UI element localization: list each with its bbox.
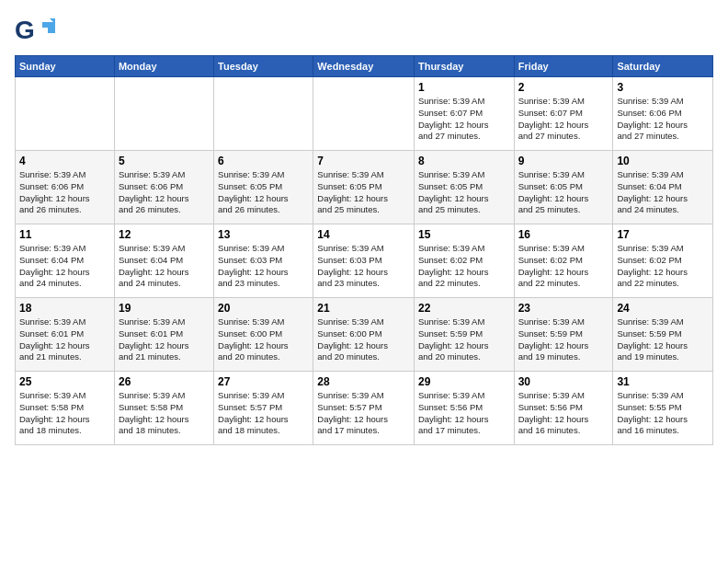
calendar-week-5: 25Sunrise: 5:39 AMSunset: 5:58 PMDayligh… — [16, 372, 713, 445]
calendar-cell: 7Sunrise: 5:39 AMSunset: 6:05 PMDaylight… — [313, 151, 415, 224]
calendar-cell: 5Sunrise: 5:39 AMSunset: 6:06 PMDaylight… — [114, 151, 213, 224]
weekday-header-friday: Friday — [514, 56, 613, 77]
day-number: 25 — [19, 375, 110, 388]
day-number: 22 — [418, 302, 510, 315]
day-number: 9 — [518, 155, 609, 167]
calendar-cell: 10Sunrise: 5:39 AMSunset: 6:04 PMDayligh… — [613, 151, 713, 224]
page-header: G — [15, 15, 713, 48]
weekday-header-saturday: Saturday — [613, 56, 713, 77]
day-number: 29 — [418, 375, 510, 388]
day-number: 20 — [218, 302, 309, 315]
weekday-header-sunday: Sunday — [16, 56, 115, 77]
calendar-cell: 28Sunrise: 5:39 AMSunset: 5:57 PMDayligh… — [313, 372, 415, 445]
calendar-cell: 4Sunrise: 5:39 AMSunset: 6:06 PMDaylight… — [16, 151, 115, 224]
day-info: Sunrise: 5:39 AMSunset: 6:03 PMDaylight:… — [218, 243, 309, 290]
calendar-cell: 22Sunrise: 5:39 AMSunset: 5:59 PMDayligh… — [414, 298, 514, 372]
svg-marker-1 — [42, 22, 55, 33]
calendar-cell: 31Sunrise: 5:39 AMSunset: 5:55 PMDayligh… — [613, 372, 713, 445]
day-info: Sunrise: 5:39 AMSunset: 6:00 PMDaylight:… — [317, 316, 410, 363]
day-info: Sunrise: 5:39 AMSunset: 5:57 PMDaylight:… — [218, 390, 309, 437]
day-number: 2 — [518, 81, 609, 94]
day-info: Sunrise: 5:39 AMSunset: 6:03 PMDaylight:… — [317, 243, 410, 290]
day-info: Sunrise: 5:39 AMSunset: 6:00 PMDaylight:… — [218, 316, 309, 363]
day-number: 23 — [518, 302, 609, 315]
calendar-cell: 30Sunrise: 5:39 AMSunset: 5:56 PMDayligh… — [514, 372, 613, 445]
calendar-cell: 14Sunrise: 5:39 AMSunset: 6:03 PMDayligh… — [313, 224, 415, 298]
calendar-cell: 8Sunrise: 5:39 AMSunset: 6:05 PMDaylight… — [414, 151, 514, 224]
day-info: Sunrise: 5:39 AMSunset: 5:58 PMDaylight:… — [19, 390, 110, 437]
day-info: Sunrise: 5:39 AMSunset: 5:55 PMDaylight:… — [617, 390, 709, 437]
day-info: Sunrise: 5:39 AMSunset: 6:06 PMDaylight:… — [19, 169, 110, 216]
day-number: 30 — [518, 375, 609, 388]
calendar-cell: 17Sunrise: 5:39 AMSunset: 6:02 PMDayligh… — [613, 224, 713, 298]
day-number: 10 — [617, 155, 709, 167]
calendar-cell: 20Sunrise: 5:39 AMSunset: 6:00 PMDayligh… — [214, 298, 313, 372]
day-info: Sunrise: 5:39 AMSunset: 6:05 PMDaylight:… — [518, 169, 609, 216]
day-info: Sunrise: 5:39 AMSunset: 6:02 PMDaylight:… — [617, 243, 709, 290]
day-info: Sunrise: 5:39 AMSunset: 5:56 PMDaylight:… — [418, 390, 510, 437]
calendar-cell: 11Sunrise: 5:39 AMSunset: 6:04 PMDayligh… — [16, 224, 115, 298]
day-number: 7 — [317, 155, 410, 167]
calendar-cell: 6Sunrise: 5:39 AMSunset: 6:05 PMDaylight… — [214, 151, 313, 224]
calendar-cell: 26Sunrise: 5:39 AMSunset: 5:58 PMDayligh… — [114, 372, 213, 445]
day-info: Sunrise: 5:39 AMSunset: 5:59 PMDaylight:… — [518, 316, 609, 363]
day-number: 16 — [518, 228, 609, 241]
weekday-header-monday: Monday — [114, 56, 213, 77]
calendar-week-3: 11Sunrise: 5:39 AMSunset: 6:04 PMDayligh… — [16, 224, 713, 298]
day-info: Sunrise: 5:39 AMSunset: 6:01 PMDaylight:… — [19, 316, 110, 363]
day-info: Sunrise: 5:39 AMSunset: 6:04 PMDaylight:… — [617, 169, 709, 216]
calendar-cell — [313, 77, 415, 151]
calendar-table: SundayMondayTuesdayWednesdayThursdayFrid… — [15, 55, 713, 445]
weekday-header-tuesday: Tuesday — [214, 56, 313, 77]
day-info: Sunrise: 5:39 AMSunset: 5:59 PMDaylight:… — [418, 316, 510, 363]
day-number: 4 — [19, 155, 110, 167]
weekday-header-row: SundayMondayTuesdayWednesdayThursdayFrid… — [16, 56, 713, 77]
day-number: 5 — [119, 155, 210, 167]
calendar-week-4: 18Sunrise: 5:39 AMSunset: 6:01 PMDayligh… — [16, 298, 713, 372]
calendar-cell: 19Sunrise: 5:39 AMSunset: 6:01 PMDayligh… — [114, 298, 213, 372]
logo: G — [15, 15, 57, 48]
day-info: Sunrise: 5:39 AMSunset: 5:57 PMDaylight:… — [317, 390, 410, 437]
calendar-cell: 13Sunrise: 5:39 AMSunset: 6:03 PMDayligh… — [214, 224, 313, 298]
calendar-week-2: 4Sunrise: 5:39 AMSunset: 6:06 PMDaylight… — [16, 151, 713, 224]
calendar-cell: 27Sunrise: 5:39 AMSunset: 5:57 PMDayligh… — [214, 372, 313, 445]
day-info: Sunrise: 5:39 AMSunset: 6:06 PMDaylight:… — [119, 169, 210, 216]
day-number: 28 — [317, 375, 410, 388]
calendar-body: 1Sunrise: 5:39 AMSunset: 6:07 PMDaylight… — [16, 77, 713, 445]
day-number: 21 — [317, 302, 410, 315]
calendar-cell: 9Sunrise: 5:39 AMSunset: 6:05 PMDaylight… — [514, 151, 613, 224]
day-number: 15 — [418, 228, 510, 241]
calendar-cell — [16, 77, 115, 151]
day-number: 3 — [617, 81, 709, 94]
day-info: Sunrise: 5:39 AMSunset: 6:07 PMDaylight:… — [518, 96, 609, 143]
calendar-cell: 24Sunrise: 5:39 AMSunset: 5:59 PMDayligh… — [613, 298, 713, 372]
day-info: Sunrise: 5:39 AMSunset: 6:04 PMDaylight:… — [19, 243, 110, 290]
day-number: 1 — [418, 81, 510, 94]
weekday-header-wednesday: Wednesday — [313, 56, 415, 77]
day-number: 26 — [119, 375, 210, 388]
day-info: Sunrise: 5:39 AMSunset: 6:07 PMDaylight:… — [418, 96, 510, 143]
calendar-cell: 29Sunrise: 5:39 AMSunset: 5:56 PMDayligh… — [414, 372, 514, 445]
calendar-cell: 21Sunrise: 5:39 AMSunset: 6:00 PMDayligh… — [313, 298, 415, 372]
day-info: Sunrise: 5:39 AMSunset: 6:05 PMDaylight:… — [317, 169, 410, 216]
day-number: 24 — [617, 302, 709, 315]
day-info: Sunrise: 5:39 AMSunset: 6:06 PMDaylight:… — [617, 96, 709, 143]
day-info: Sunrise: 5:39 AMSunset: 5:58 PMDaylight:… — [119, 390, 210, 437]
day-number: 11 — [19, 228, 110, 241]
day-info: Sunrise: 5:39 AMSunset: 6:05 PMDaylight:… — [218, 169, 309, 216]
day-info: Sunrise: 5:39 AMSunset: 6:05 PMDaylight:… — [418, 169, 510, 216]
day-number: 6 — [218, 155, 309, 167]
calendar-cell — [214, 77, 313, 151]
calendar-cell: 1Sunrise: 5:39 AMSunset: 6:07 PMDaylight… — [414, 77, 514, 151]
calendar-cell: 23Sunrise: 5:39 AMSunset: 5:59 PMDayligh… — [514, 298, 613, 372]
calendar-cell: 16Sunrise: 5:39 AMSunset: 6:02 PMDayligh… — [514, 224, 613, 298]
day-info: Sunrise: 5:39 AMSunset: 5:59 PMDaylight:… — [617, 316, 709, 363]
logo-icon: G — [15, 15, 55, 48]
day-info: Sunrise: 5:39 AMSunset: 6:02 PMDaylight:… — [518, 243, 609, 290]
day-info: Sunrise: 5:39 AMSunset: 6:01 PMDaylight:… — [119, 316, 210, 363]
day-number: 8 — [418, 155, 510, 167]
day-info: Sunrise: 5:39 AMSunset: 6:04 PMDaylight:… — [119, 243, 210, 290]
day-number: 19 — [119, 302, 210, 315]
day-number: 31 — [617, 375, 709, 388]
calendar-cell: 15Sunrise: 5:39 AMSunset: 6:02 PMDayligh… — [414, 224, 514, 298]
